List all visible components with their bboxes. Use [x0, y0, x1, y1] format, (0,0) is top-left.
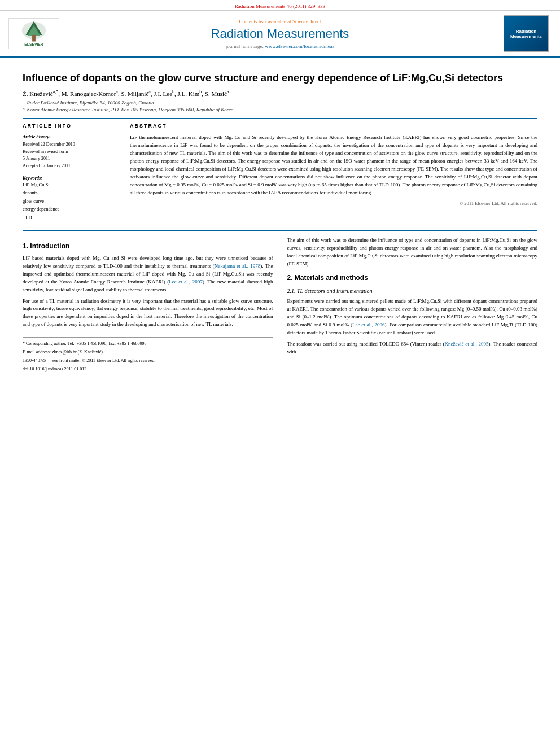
journal-homepage: journal homepage: www.elsevier.com/locat… — [68, 43, 492, 49]
affil-a: aRuđer Bošković Institute, Bijenička 54,… — [23, 100, 537, 106]
body-right-col: The aim of this work was to determine th… — [287, 237, 538, 374]
journal-center: Contents lists available at ScienceDirec… — [68, 19, 492, 49]
section2-para2: The readout was carried out using modifi… — [287, 340, 538, 356]
abstract-label: ABSTRACT — [130, 123, 537, 130]
footnote-issn: 1350-4487/$ — see front matter © 2011 El… — [23, 357, 273, 365]
section1-para1: LiF based materials doped with Mg, Cu an… — [23, 255, 273, 294]
body-left-col: 1. Introduction LiF based materials dope… — [23, 237, 273, 374]
footnote-doi: doi:10.1016/j.radmeas.2011.01.012 — [23, 366, 273, 373]
footnote-email: E-mail address: zknez@irb.hr (Ž. Kneževi… — [23, 349, 273, 356]
authors-line: Ž. Kneževića,*, M. Ranogajec-Komora, S. … — [23, 89, 537, 97]
revised-label: Received in revised form — [23, 148, 119, 156]
keywords-label: Keywords: — [23, 176, 119, 181]
footnote-corresponding: * Corresponding author. Tel.: +385 1 456… — [23, 340, 273, 348]
kw-3: glow curve — [23, 197, 119, 205]
section1-para2: For use of a TL material in radiation do… — [23, 298, 273, 329]
journal-header: ELSEVIER Contents lists available at Sci… — [0, 11, 560, 58]
keywords-block: Keywords: LiF:Mg,Cu,Si dopants glow curv… — [23, 176, 119, 221]
history-label: Article history: — [23, 134, 119, 141]
journal-title: Radiation Measurements — [68, 27, 492, 41]
main-content: Influence of dopants on the glow curve s… — [0, 58, 560, 382]
received-date: Received 22 December 2010 — [23, 141, 119, 148]
body-content: 1. Introduction LiF based materials dope… — [23, 230, 537, 374]
section2-heading: 2. Materials and methods — [287, 273, 538, 283]
ref-nakajama[interactable]: Nakajama et al., 1978 — [215, 263, 261, 269]
abstract-col: ABSTRACT LiF thermoluminescent material … — [130, 123, 537, 221]
accepted-date: Accepted 17 January 2011 — [23, 163, 119, 170]
article-info-col: ARTICLE INFO Article history: Received 2… — [23, 123, 119, 221]
affil-b: bKorea Atomic Energy Research Institute,… — [23, 107, 537, 112]
abstract-text: LiF thermoluminescent material doped wit… — [130, 134, 537, 197]
copyright: © 2011 Elsevier Ltd. All rights reserved… — [130, 200, 537, 206]
section1-heading: 1. Introduction — [23, 241, 273, 252]
article-history: Article history: Received 22 December 20… — [23, 134, 119, 170]
kw-2: dopants — [23, 189, 119, 196]
article-info-label: ARTICLE INFO — [23, 123, 119, 130]
revised-date: 5 January 2011 — [23, 155, 119, 163]
footnote-area: * Corresponding author. Tel.: +385 1 456… — [23, 337, 273, 373]
section1-right-para1: The aim of this work was to determine th… — [287, 237, 538, 268]
section2-sub: 2.1. TL detectors and instrumentation — [287, 287, 538, 296]
kw-1: LiF:Mg,Cu,Si — [23, 181, 119, 189]
elsevier-logo-svg: ELSEVIER — [11, 19, 56, 49]
svg-rect-4 — [32, 35, 36, 42]
journal-cover-image: RadiationMeasurements — [504, 15, 549, 52]
body-two-col: 1. Introduction LiF based materials dope… — [23, 237, 537, 374]
kw-5: TLD — [23, 213, 119, 221]
article-title: Influence of dopants on the glow curve s… — [23, 72, 537, 85]
section2-para1: Experiments were carried out using sinte… — [287, 298, 538, 337]
svg-text:ELSEVIER: ELSEVIER — [24, 42, 43, 46]
ref-knezevic2005[interactable]: Knežević et al., 2005 — [445, 341, 489, 347]
sciencedirect-link: Contents lists available at ScienceDirec… — [68, 19, 492, 24]
elsevier-logo: ELSEVIER — [8, 18, 59, 49]
journal-cover: RadiationMeasurements — [498, 15, 554, 52]
elsevier-logo-area: ELSEVIER — [6, 18, 62, 49]
affiliations: aRuđer Bošković Institute, Bijenička 54,… — [23, 100, 537, 112]
info-abstract-section: ARTICLE INFO Article history: Received 2… — [23, 118, 537, 221]
kw-4: energy dependence — [23, 205, 119, 213]
journal-citation: Radiation Measurements 46 (2011) 329–333 — [0, 0, 560, 11]
ref-lee2007[interactable]: Lee et al., 2007 — [169, 279, 203, 285]
ref-lee2006[interactable]: Lee et al., 2006 — [352, 322, 385, 327]
